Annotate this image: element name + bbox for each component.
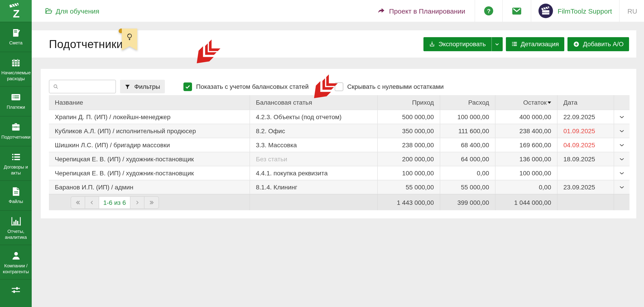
chevron-down-icon	[619, 184, 625, 190]
project-folder-link[interactable]: Для обучения	[45, 7, 100, 15]
cell-income: 238 000,00	[378, 138, 440, 152]
search-icon	[53, 83, 58, 90]
table-row: Кубликов А.Л. (ИП) / исполнительный прод…	[49, 124, 630, 138]
cell-name: Черепицкая Е. В. (ИП) / художник-постано…	[49, 152, 250, 166]
chevron-down-icon	[619, 170, 625, 176]
checkbox-unchecked-icon	[334, 82, 343, 91]
language-switcher[interactable]: RU	[620, 0, 644, 22]
folder-open-icon	[45, 7, 52, 15]
cell-date: 04.09.2025	[558, 138, 614, 152]
footer-actions-cell	[614, 194, 630, 210]
row-expand-button[interactable]	[614, 166, 630, 180]
envelope-icon	[512, 7, 522, 15]
cell-name: Храпин Д. П. (ИП) / локейшн-менеджер	[49, 110, 250, 124]
app-logo[interactable]: Z	[0, 0, 32, 22]
footer-date-cell	[558, 194, 614, 210]
add-advance-report-button[interactable]: Добавить А/О	[568, 37, 629, 51]
row-expand-button[interactable]	[614, 110, 630, 124]
cell-article: 8.1.4. Клининг	[250, 180, 378, 194]
filters-button[interactable]: Фильтры	[120, 80, 165, 93]
messages-button[interactable]	[503, 0, 531, 22]
export-menu-button[interactable]	[491, 37, 502, 51]
cell-article: 4.2.3. Объекты (под отчетом)	[250, 110, 378, 124]
search-input[interactable]	[61, 83, 112, 90]
funnel-icon	[125, 84, 131, 90]
table-row: Шишкин Л.С. (ИП) / бригадир массовки3.3.…	[49, 138, 630, 152]
checkbox-balance-articles[interactable]: Показать с учетом балансовых статей	[184, 82, 309, 91]
sidebar: Z СметаНачисляемые расходыПлатежиПодотче…	[0, 0, 32, 307]
download-icon	[429, 41, 435, 47]
sidebar-item-files[interactable]: Файлы	[0, 180, 32, 210]
cell-expense: 0,00	[440, 166, 496, 180]
cell-date: 18.09.2025	[558, 152, 614, 166]
page-actions: Экспортировать Детализация	[424, 37, 629, 51]
sidebar-item-accrued-expenses[interactable]: Начисляемые расходы	[0, 52, 32, 86]
sidebar-item-accountables[interactable]: Подотчетники	[0, 116, 32, 146]
col-header-date[interactable]: Дата	[558, 95, 614, 110]
sidebar-item-smeta[interactable]: Смета	[0, 22, 32, 52]
cell-balance: 400 000,00	[496, 110, 558, 124]
sidebar-item-label: Начисляемые расходы	[1, 70, 30, 82]
sidebar-item-payments[interactable]: Платежи	[0, 86, 32, 116]
cell-article: 3.3. Массовка	[250, 138, 378, 152]
payments-icon	[11, 92, 21, 102]
row-expand-button[interactable]	[614, 124, 630, 138]
project-folder-label: Для обучения	[56, 7, 100, 15]
col-header-actions	[614, 95, 630, 110]
hint-bookmark[interactable]	[122, 29, 137, 50]
total-income: 1 443 000,00	[378, 194, 440, 210]
pagination-first-button[interactable]	[71, 196, 85, 208]
sidebar-item-label: Договоры и акты	[1, 164, 30, 176]
pagination-last-button[interactable]	[144, 196, 158, 208]
export-label: Экспортировать	[438, 40, 486, 48]
table-footer: 1-6 из 6	[49, 194, 630, 210]
user-menu[interactable]: FilmToolz FilmToolz Support	[532, 0, 619, 22]
filmtoolz-z-logo-icon: Z	[8, 3, 24, 19]
row-expand-button[interactable]	[614, 152, 630, 166]
file-icon	[12, 186, 20, 196]
pagination-next-button[interactable]	[130, 196, 144, 208]
sidebar-item-label: Файлы	[8, 199, 23, 205]
pagination-prev-button[interactable]	[85, 196, 99, 208]
export-button[interactable]: Экспортировать	[424, 37, 491, 51]
chevron-right-icon	[134, 200, 140, 205]
project-status-link[interactable]: Проект в Планировании	[377, 7, 474, 15]
sidebar-item-settings[interactable]	[0, 279, 32, 307]
sidebar-item-companies[interactable]: Компании / контрагенты	[0, 245, 32, 279]
col-header-expense[interactable]: Расход	[440, 95, 496, 110]
row-expand-button[interactable]	[614, 138, 630, 152]
cell-expense: 68 400,00	[440, 138, 496, 152]
sidebar-item-label: Подотчетники	[1, 135, 30, 140]
col-header-income[interactable]: Приход	[378, 95, 440, 110]
sidebar-item-contracts[interactable]: Договоры и акты	[0, 146, 32, 180]
chevron-down-icon	[494, 42, 500, 47]
cell-balance: 238 400,00	[496, 124, 558, 138]
clapperboard-icon: FilmToolz	[540, 6, 552, 16]
col-header-balance[interactable]: Остаток	[496, 95, 558, 110]
row-expand-button[interactable]	[614, 180, 630, 194]
chevron-down-icon	[619, 142, 625, 148]
filters-label: Фильтры	[134, 83, 160, 90]
cell-date	[558, 166, 614, 180]
sidebar-item-reports[interactable]: Отчеты, аналитика	[0, 210, 32, 245]
checkbox-hide-zero[interactable]: Скрывать с нулевыми остатками	[334, 82, 444, 91]
person-icon	[11, 251, 20, 260]
cell-name: Шишкин Л.С. (ИП) / бригадир массовки	[49, 138, 250, 152]
avatar: FilmToolz	[539, 4, 553, 18]
double-chevron-left-icon	[75, 199, 81, 205]
main-area: Для обучения Проект в Планировании ?	[32, 0, 644, 307]
table-body: Храпин Д. П. (ИП) / локейшн-менеджер4.2.…	[49, 110, 630, 194]
accountables-table: Название Балансовая статья Приход Расход…	[49, 95, 630, 210]
add-label: Добавить А/О	[583, 40, 624, 48]
project-status-label: Проект в Планировании	[389, 7, 465, 15]
cell-date: 01.09.2025	[558, 124, 614, 138]
cell-income: 350 000,00	[378, 124, 440, 138]
col-header-name[interactable]: Название	[49, 95, 250, 110]
col-header-article[interactable]: Балансовая статья	[250, 95, 378, 110]
details-button[interactable]: Детализация	[506, 37, 564, 51]
checkbox-checked-icon	[184, 82, 192, 91]
bookmark-body	[122, 29, 137, 50]
sidebar-item-label: Компании / контрагенты	[1, 263, 30, 275]
help-button[interactable]: ?	[475, 0, 502, 22]
sidebar-nav: СметаНачисляемые расходыПлатежиПодотчетн…	[0, 22, 32, 307]
